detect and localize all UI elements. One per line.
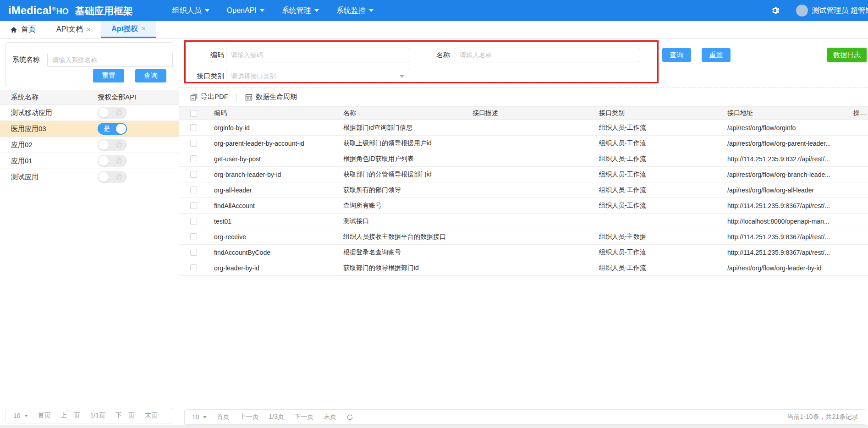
toggle-state-label: 否 — [115, 141, 122, 149]
last-page-button[interactable]: 末页 — [324, 413, 336, 421]
cell-address: http://114.251.235.9:8367/api/rest/... — [727, 233, 853, 241]
sidebar-reset-button[interactable]: 重置 — [93, 69, 124, 82]
first-page-button[interactable]: 首页 — [38, 412, 51, 420]
sidebar-query-button[interactable]: 查询 — [135, 69, 166, 82]
cell-address: http://114.251.235.9:8367/api/rest/... — [727, 202, 853, 209]
row-checkbox[interactable] — [190, 233, 197, 240]
table-row[interactable]: org-leader-by-id 获取部门的领导根据部门id 组织人员-工作流 … — [179, 260, 868, 276]
next-page-button[interactable]: 下一页 — [115, 412, 135, 420]
col-category: 接口类别 — [599, 109, 727, 117]
authorize-toggle[interactable]: 是 — [98, 123, 127, 135]
code-input[interactable] — [226, 48, 409, 62]
cell-name: 获取上级部门的领导根据用户id — [343, 139, 472, 148]
row-checkbox[interactable] — [190, 155, 197, 162]
system-row[interactable]: 应用02 否 — [0, 137, 179, 153]
tab-api-auth[interactable]: Api授权 × — [101, 21, 156, 38]
row-checkbox[interactable] — [190, 171, 197, 178]
app-header: iMedical®HO 基础应用框架 组织人员 OpenAPI 系统管理 系统监… — [0, 0, 868, 21]
row-checkbox[interactable] — [190, 202, 197, 209]
page-size-select[interactable]: 10 — [13, 412, 28, 419]
last-page-button[interactable]: 末页 — [145, 412, 158, 420]
table-row[interactable]: org-receive 组织人员接收主数据平台的数据接口 组织人员-主数据 ht… — [179, 229, 868, 245]
user-avatar[interactable] — [796, 5, 808, 16]
nav-label: 组织人员 — [172, 6, 202, 16]
api-table: 编码 名称 接口描述 接口类别 接口地址 操作 orginfo-by-id 根据… — [179, 106, 868, 276]
table-row[interactable]: get-user-by-post 根据角色ID获取用户列表 组织人员-工作流 h… — [179, 151, 868, 167]
prev-page-button[interactable]: 上一页 — [61, 412, 80, 420]
main-pagination: 10 首页 上一页 1/3页 下一页 末页 当前1-10条，共21条记录 — [184, 409, 866, 425]
table-row[interactable]: org-all-leader 获取所有的部门领导 组织人员-工作流 /api/r… — [179, 182, 868, 198]
col-desc: 接口描述 — [472, 109, 599, 117]
cell-category: 组织人员-工作流 — [599, 202, 727, 210]
system-row[interactable]: 测试移动应用 否 — [0, 105, 179, 121]
prev-page-button[interactable]: 上一页 — [240, 413, 259, 421]
chevron-down-icon — [369, 9, 374, 12]
export-pdf-button[interactable]: 导出PDF — [190, 93, 228, 101]
first-page-button[interactable]: 首页 — [217, 413, 230, 421]
registered-mark: ® — [52, 6, 56, 11]
data-log-button[interactable]: 数据日志 — [827, 48, 867, 62]
code-label: 编码 — [186, 48, 224, 62]
cell-name: 获取部门的分管领导根据部门id — [343, 170, 472, 179]
col-authorize-all: 授权全部API — [98, 93, 136, 102]
nav-system-monitor[interactable]: 系统监控 — [336, 6, 374, 16]
table-row[interactable]: org-branch-leader-by-id 获取部门的分管领导根据部门id … — [179, 167, 868, 182]
category-label: 接口类别 — [186, 69, 224, 83]
page-size-select[interactable]: 10 — [192, 413, 207, 421]
next-page-button[interactable]: 下一页 — [294, 413, 313, 421]
tab-home[interactable]: 首页 — [0, 21, 46, 38]
cell-code: org-leader-by-id — [214, 264, 343, 272]
row-checkbox[interactable] — [190, 249, 197, 256]
close-icon[interactable]: × — [87, 26, 91, 34]
select-all-checkbox[interactable] — [190, 110, 197, 117]
tab-api-doc[interactable]: API文档 × — [46, 21, 101, 38]
reset-button[interactable]: 重置 — [702, 48, 731, 62]
nav-system-manage[interactable]: 系统管理 — [282, 6, 319, 16]
authorize-toggle[interactable]: 否 — [98, 107, 127, 119]
system-search-panel: 系统名称 重置 查询 — [5, 42, 172, 86]
record-info: 当前1-10条，共21条记录 — [787, 413, 858, 421]
authorize-toggle[interactable]: 否 — [98, 139, 127, 151]
table-row[interactable]: findAllAccount 查询所有账号 组织人员-工作流 http://11… — [179, 198, 868, 214]
system-row[interactable]: 应用01 否 — [0, 153, 179, 169]
row-checkbox[interactable] — [190, 264, 197, 271]
toggle-knob — [99, 108, 109, 118]
close-icon[interactable]: × — [142, 25, 146, 33]
nav-openapi[interactable]: OpenAPI — [227, 6, 264, 15]
name-input[interactable] — [455, 48, 640, 62]
tab-label: API文档 — [56, 25, 83, 34]
table-toolbar: 导出PDF 数据生命周期 — [179, 87, 868, 106]
col-action: 操作 — [853, 109, 868, 117]
gear-icon[interactable] — [770, 6, 780, 15]
data-lifecycle-label: 数据生命周期 — [256, 93, 297, 101]
query-button[interactable]: 查询 — [662, 48, 691, 62]
nav-org-people[interactable]: 组织人员 — [172, 6, 209, 16]
refresh-icon[interactable] — [346, 414, 353, 421]
system-name: 应用01 — [0, 157, 98, 165]
tab-label: Api授权 — [111, 24, 138, 34]
authorize-toggle[interactable]: 否 — [98, 155, 127, 167]
row-checkbox[interactable] — [190, 124, 197, 131]
system-name-input[interactable] — [47, 53, 173, 67]
table-row[interactable]: test01 测试接口 http://localhost:8080/openap… — [179, 214, 868, 229]
table-row[interactable]: orginfo-by-id 根据部门id查询部门信息 组织人员-工作流 /api… — [179, 120, 868, 136]
user-name[interactable]: 测试管理员 超管岗 — [812, 6, 868, 16]
authorize-toggle[interactable]: 否 — [98, 171, 127, 183]
toggle-knob — [99, 140, 109, 150]
category-select[interactable]: 请选择接口类别 — [226, 69, 409, 83]
system-row[interactable]: 医用应用03 是 — [0, 121, 179, 137]
table-row[interactable]: org-parent-leader-by-account-id 获取上级部门的领… — [179, 136, 868, 151]
cell-name: 根据部门id查询部门信息 — [343, 124, 472, 132]
sidebar-table-header: 系统名称 授权全部API — [0, 90, 179, 105]
system-row[interactable]: 测试应用 否 — [0, 169, 179, 185]
row-checkbox[interactable] — [190, 218, 197, 225]
nav-label: OpenAPI — [227, 6, 257, 15]
bottom-strip — [0, 425, 868, 428]
data-lifecycle-button[interactable]: 数据生命周期 — [245, 93, 297, 101]
sidebar-pagination: 10 首页 上一页 1/1页 下一页 末页 — [5, 408, 172, 423]
page-size-value: 10 — [13, 412, 21, 419]
cell-name: 获取部门的领导根据部门id — [343, 264, 472, 272]
table-row[interactable]: findAccountByCode 根据登录名查询账号 组织人员-工作流 htt… — [179, 245, 868, 260]
row-checkbox[interactable] — [190, 140, 197, 147]
row-checkbox[interactable] — [190, 187, 197, 193]
